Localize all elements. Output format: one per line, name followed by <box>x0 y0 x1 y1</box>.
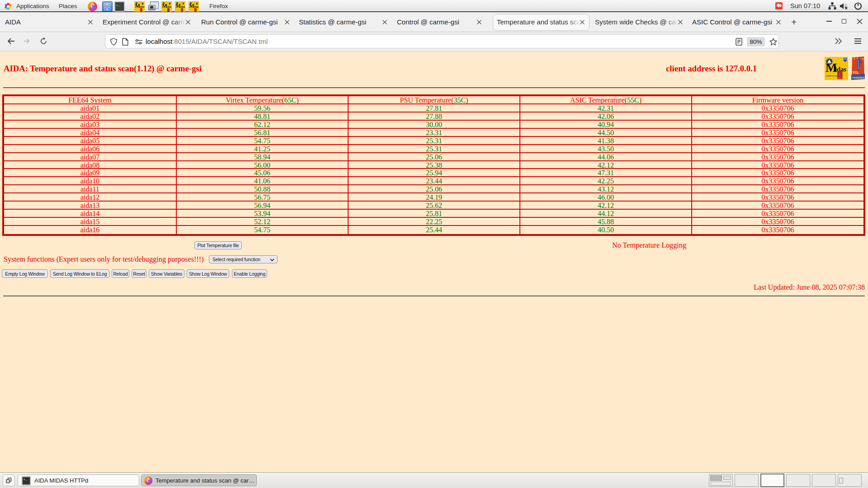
svg-text:POWERED: POWERED <box>853 76 865 79</box>
svg-text:TCL: TCL <box>853 70 859 75</box>
svg-text:T C L: T C L <box>838 77 842 79</box>
svg-text:powered by: powered by <box>826 75 838 77</box>
